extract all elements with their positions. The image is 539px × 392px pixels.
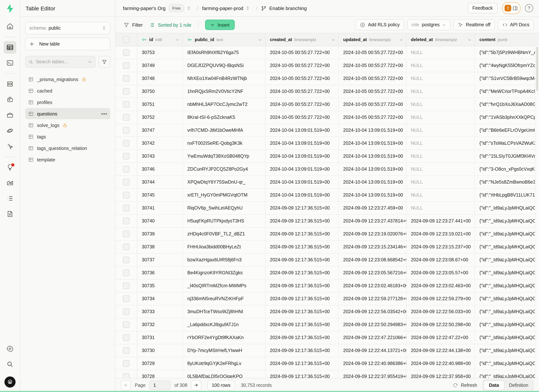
cell-id[interactable]: 30739: [137, 228, 183, 240]
storage-icon[interactable]: [4, 109, 16, 121]
cell-updated_at[interactable]: 2024-09-09 12:22:56.03542+00: [339, 305, 406, 318]
cell-deleted_at[interactable]: NULL: [406, 137, 475, 149]
cell-deleted_at[interactable]: 2024-09-09 12:23:19.021+00: [406, 228, 475, 240]
cell-public_id[interactable]: YwEmuWdqT38XoSB048QYp: [183, 150, 265, 163]
row-checkbox[interactable]: [123, 231, 130, 237]
row-checkbox[interactable]: [123, 88, 130, 95]
cell-deleted_at[interactable]: NULL: [406, 46, 475, 59]
cell-public_id[interactable]: 8KraI-tSI-6-pSZcknaK5: [183, 111, 265, 124]
row-menu-button[interactable]: •••: [101, 111, 107, 116]
advisors-icon[interactable]: [4, 161, 16, 174]
cell-content[interactable]: {"id":"1VASb3phnXXkQPCpw: [475, 111, 539, 124]
sidebar-table-item[interactable]: profiles: [25, 97, 110, 108]
cell-id[interactable]: 30729: [137, 357, 183, 370]
column-header[interactable]: id int8: [137, 33, 183, 46]
cell-id[interactable]: 30728: [137, 370, 183, 378]
cell-content[interactable]: {"id":"_Id9aLyJpMHQLaiQC: [475, 202, 539, 214]
row-checkbox[interactable]: [123, 101, 130, 108]
cell-public_id[interactable]: nxFT002ISeRE-Qobg3K3k: [183, 137, 265, 149]
cell-public_id[interactable]: DGEJfJZPQUV9Q-IBqsNSi: [183, 59, 265, 72]
row-checkbox[interactable]: [123, 179, 130, 186]
cell-deleted_at[interactable]: NULL: [406, 189, 475, 201]
search-icon[interactable]: [4, 358, 16, 371]
cell-updated_at[interactable]: 2024-10-04 13:09:01.519+00: [339, 163, 406, 176]
cell-created_at[interactable]: 2024-09-09 12:17:36.515+00: [265, 253, 339, 266]
search-tables-input[interactable]: Search tables...: [25, 56, 96, 68]
cell-id[interactable]: 30745: [137, 189, 183, 201]
cell-content[interactable]: {"id":"_Id9aLyJpMHQLaiQC: [475, 331, 539, 344]
cell-public_id[interactable]: bzwXazHgax6UIR58j6Fn3: [183, 253, 265, 266]
cell-updated_at[interactable]: 2024-10-04 13:09:01.519+00: [339, 189, 406, 201]
cell-public_id[interactable]: nj336mN5reuRVNZrKHFpF: [183, 292, 265, 305]
cell-deleted_at[interactable]: 2024-09-09 12:23:05.57+00: [406, 267, 475, 279]
cell-created_at[interactable]: 2024-09-09 12:17:36.515+00: [265, 292, 339, 305]
cell-content[interactable]: {"id":"_Id9aLyJpMHQLaiQC: [475, 318, 539, 331]
feedback-button[interactable]: Feedback: [467, 3, 498, 13]
cell-created_at[interactable]: 2024-10-04 13:09:01.519+00: [265, 137, 339, 149]
row-checkbox[interactable]: [123, 62, 130, 69]
cell-deleted_at[interactable]: NULL: [406, 202, 475, 214]
cell-created_at[interactable]: 2024-10-04 13:09:01.519+00: [265, 150, 339, 163]
cell-content[interactable]: {"id":"_Id9aLyJpMHQLaiQC: [475, 215, 539, 227]
sidebar-table-item[interactable]: tags_questions_relation: [25, 143, 110, 154]
cell-id[interactable]: 30731: [137, 331, 183, 344]
cell-id[interactable]: 30751: [137, 98, 183, 111]
api-docs-button[interactable]: API Docs: [498, 19, 534, 30]
table-filter-button[interactable]: [98, 56, 110, 68]
cell-content[interactable]: {"id":"rtHbLpgB8V11LUK7152: [475, 189, 539, 201]
cell-content[interactable]: {"id":"S1vrVC5BrB59wqcM4: [475, 72, 539, 85]
cell-deleted_at[interactable]: NULL: [406, 163, 475, 176]
cell-content[interactable]: {"id":"_Id9aLyJpMHQLaiQC: [475, 305, 539, 318]
cell-public_id[interactable]: IEfA0sRh9hIXf62Y6ga75: [183, 46, 265, 59]
cell-updated_at[interactable]: 2024-10-05 00:55:27.722+00: [339, 46, 406, 59]
cell-deleted_at[interactable]: NULL: [406, 59, 475, 72]
sidebar-table-item[interactable]: tags: [25, 131, 110, 142]
column-header[interactable]: public_id text: [183, 33, 265, 46]
cell-updated_at[interactable]: 2024-10-05 00:55:27.722+00: [339, 72, 406, 85]
cell-deleted_at[interactable]: 2024-09-09 12:22:47.22+00: [406, 331, 475, 344]
cell-content[interactable]: {"id":"4wyNgK55lOfrpmYZc: [475, 59, 539, 72]
cell-public_id[interactable]: DYp-7mcyMSIrHefLYIwwH: [183, 344, 265, 357]
sort-button[interactable]: Sorted by 1 rule: [149, 22, 191, 28]
row-checkbox[interactable]: [123, 140, 130, 147]
cell-id[interactable]: 30746: [137, 163, 183, 176]
cell-created_at[interactable]: 2024-10-05 00:55:27.722+00: [265, 46, 339, 59]
cell-updated_at[interactable]: 2024-10-04 13:09:01.519+00: [339, 176, 406, 188]
cell-id[interactable]: 30753: [137, 46, 183, 59]
next-page-button[interactable]: [191, 380, 201, 390]
cell-public_id[interactable]: zHDq4c0F0VBF_TL2_dBZ1: [183, 228, 265, 240]
cell-created_at[interactable]: 2024-09-09 12:17:36.515+00: [265, 357, 339, 370]
cell-updated_at[interactable]: 2024-09-09 12:22:50.294983+00: [339, 318, 406, 331]
cell-public_id[interactable]: 1hnRQjxSRm2V0VticY2NF: [183, 85, 265, 98]
cell-content[interactable]: {"id":"_Id9aLyJpMHQLaiQC: [475, 253, 539, 266]
cell-id[interactable]: 30738: [137, 241, 183, 253]
cell-id[interactable]: 30735: [137, 279, 183, 292]
cell-deleted_at[interactable]: NULL: [406, 98, 475, 111]
cell-updated_at[interactable]: 2024-10-05 00:55:27.722+00: [339, 98, 406, 111]
row-checkbox[interactable]: [123, 321, 130, 328]
project-switcher-icon[interactable]: [246, 6, 250, 10]
edge-functions-icon[interactable]: [4, 124, 16, 137]
enable-branching-button[interactable]: Enable branching: [261, 5, 307, 11]
filter-button[interactable]: Filter: [124, 22, 143, 28]
cell-id[interactable]: 30737: [137, 253, 183, 266]
cell-public_id[interactable]: RiqOV6p_5wihLeIAEQyhU: [183, 202, 265, 214]
auth-icon[interactable]: [4, 93, 16, 106]
cell-updated_at[interactable]: 2024-09-09 12:22:44.13721+00: [339, 344, 406, 357]
row-checkbox[interactable]: [123, 360, 130, 367]
new-table-button[interactable]: New table: [25, 38, 110, 50]
cell-content[interactable]: {"id":"_Id9aLyJpMHQLaiQC: [475, 357, 539, 370]
cell-updated_at[interactable]: 2024-09-09 12:22:37.955419+00: [339, 370, 406, 378]
cell-content[interactable]: {"id":"_Id9aLyJpMHQLaiQC: [475, 344, 539, 357]
cell-content[interactable]: {"id":"_Id9aLyJpMHQLaiQC: [475, 267, 539, 279]
schema-select[interactable]: schema: public: [25, 22, 110, 34]
cell-deleted_at[interactable]: 2024-09-09 12:22:56.033+00: [406, 305, 475, 318]
cell-deleted_at[interactable]: NULL: [406, 176, 475, 188]
cell-created_at[interactable]: 2024-10-04 13:09:01.519+00: [265, 189, 339, 201]
cell-updated_at[interactable]: 2024-10-04 13:09:01.519+00: [339, 150, 406, 163]
cell-updated_at[interactable]: 2024-10-05 00:55:27.722+00: [339, 85, 406, 98]
cell-id[interactable]: 30750: [137, 85, 183, 98]
cell-id[interactable]: 30730: [137, 344, 183, 357]
cell-deleted_at[interactable]: 2024-09-09 12:23:15.237+00: [406, 241, 475, 253]
cell-deleted_at[interactable]: NULL: [406, 72, 475, 85]
